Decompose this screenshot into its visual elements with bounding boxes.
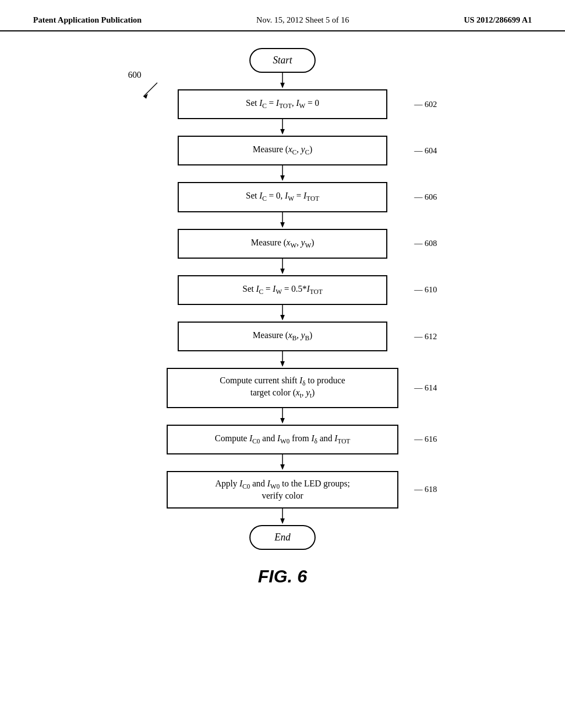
step-618-label: — 618 — [414, 485, 437, 494]
svg-marker-7 — [280, 175, 285, 181]
arrow-8 — [117, 408, 448, 425]
step-614-label: — 614 — [414, 383, 437, 393]
step-610-row: Set IC = IW = 0.5*ITOT — 610 — [117, 275, 448, 305]
step-616-box: Compute IC0 and IW0 from Iδ and ITOT — [167, 425, 398, 454]
diagram-label-600: 600 — [128, 70, 141, 80]
svg-marker-19 — [280, 464, 285, 470]
svg-marker-15 — [280, 361, 285, 367]
step-606-box: Set IC = 0, IW = ITOT — [178, 182, 387, 212]
step-602-label: — 602 — [414, 100, 437, 109]
arrow-7 — [117, 351, 448, 368]
step-610-label: — 610 — [414, 285, 437, 295]
step-618-box: Apply IC0 and IW0 to the LED groups;veri… — [167, 471, 398, 508]
svg-marker-9 — [280, 222, 285, 228]
flowchart-diagram: 600 Start Set IC = ITOT, IW = 0 — 602 — [117, 48, 448, 550]
patent-number-label: US 2012/286699 A1 — [464, 15, 532, 25]
step-606-label: — 606 — [414, 192, 437, 202]
step-606-row: Set IC = 0, IW = ITOT — 606 — [117, 182, 448, 212]
arrow-2 — [117, 119, 448, 136]
step-608-box: Measure (xW, yW) — [178, 229, 387, 259]
arrow-1 — [117, 73, 448, 89]
step-610-box: Set IC = IW = 0.5*ITOT — [178, 275, 387, 305]
arrow-3 — [117, 165, 448, 182]
main-content: 600 Start Set IC = ITOT, IW = 0 — 602 — [0, 31, 565, 598]
step-604-row: Measure (xC, yC) — 604 — [117, 136, 448, 165]
end-oval: End — [249, 525, 316, 550]
arrow-5 — [117, 259, 448, 275]
step-612-row: Measure (xB, yB) — 612 — [117, 322, 448, 351]
page-header: Patent Application Publication Nov. 15, … — [0, 0, 565, 31]
step-614-box: Compute current shift Iδ to producetarge… — [167, 368, 398, 408]
figure-label: FIG. 6 — [258, 566, 307, 587]
step-612-box: Measure (xB, yB) — [178, 322, 387, 351]
step-612-label: — 612 — [414, 332, 437, 341]
end-oval-row: End — [117, 525, 448, 550]
step-614-row: Compute current shift Iδ to producetarge… — [117, 368, 448, 408]
end-label: End — [275, 532, 291, 543]
start-label: Start — [273, 55, 292, 66]
svg-marker-5 — [280, 129, 285, 135]
svg-marker-21 — [280, 518, 285, 524]
svg-marker-17 — [280, 418, 285, 424]
step-604-label: — 604 — [414, 146, 437, 156]
arrow-6 — [117, 305, 448, 322]
step-618-row: Apply IC0 and IW0 to the LED groups;veri… — [117, 471, 448, 508]
arrow-10 — [117, 508, 448, 525]
svg-marker-13 — [280, 315, 285, 320]
step-616-label: — 616 — [414, 435, 437, 444]
svg-marker-11 — [280, 269, 285, 274]
date-sheet-label: Nov. 15, 2012 Sheet 5 of 16 — [257, 15, 349, 25]
start-oval: Start — [249, 48, 316, 73]
svg-marker-3 — [280, 83, 285, 88]
arrow-9 — [117, 454, 448, 471]
arrow-4 — [117, 212, 448, 229]
step-608-label: — 608 — [414, 239, 437, 248]
step-602-row: Set IC = ITOT, IW = 0 — 602 — [117, 89, 448, 119]
step-608-row: Measure (xW, yW) — 608 — [117, 229, 448, 259]
step-616-row: Compute IC0 and IW0 from Iδ and ITOT — 6… — [117, 425, 448, 454]
publication-label: Patent Application Publication — [33, 15, 142, 25]
step-604-box: Measure (xC, yC) — [178, 136, 387, 165]
start-oval-row: Start — [117, 48, 448, 73]
step-602-box: Set IC = ITOT, IW = 0 — [178, 89, 387, 119]
